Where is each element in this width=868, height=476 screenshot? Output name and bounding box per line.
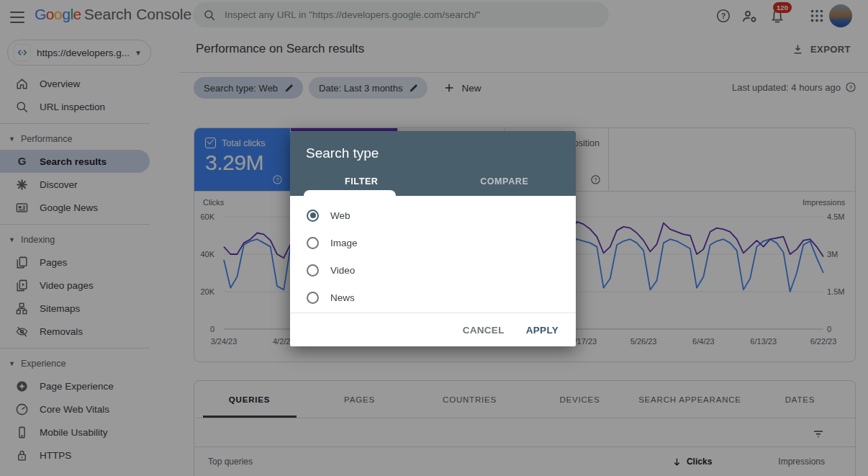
dialog-header: Search type FILTER COMPARE [290,131,576,196]
active-tab-indicator [304,190,396,196]
search-type-dialog: Search type FILTER COMPARE Web Image Vid… [290,131,576,346]
option-video[interactable]: Video [290,256,576,284]
radio-icon[interactable] [307,237,319,249]
dialog-footer: CANCEL APPLY [290,313,576,346]
option-web[interactable]: Web [290,202,576,229]
radio-selected-icon[interactable] [307,210,319,222]
radio-icon[interactable] [307,292,319,304]
dialog-title: Search type [306,145,379,161]
cancel-button[interactable]: CANCEL [463,325,505,336]
radio-icon[interactable] [307,264,319,277]
dialog-body: Web Image Video News [290,196,576,311]
tab-compare[interactable]: COMPARE [433,167,577,196]
option-image[interactable]: Image [290,229,576,256]
apply-button[interactable]: APPLY [526,325,559,336]
option-news[interactable]: News [290,284,576,311]
